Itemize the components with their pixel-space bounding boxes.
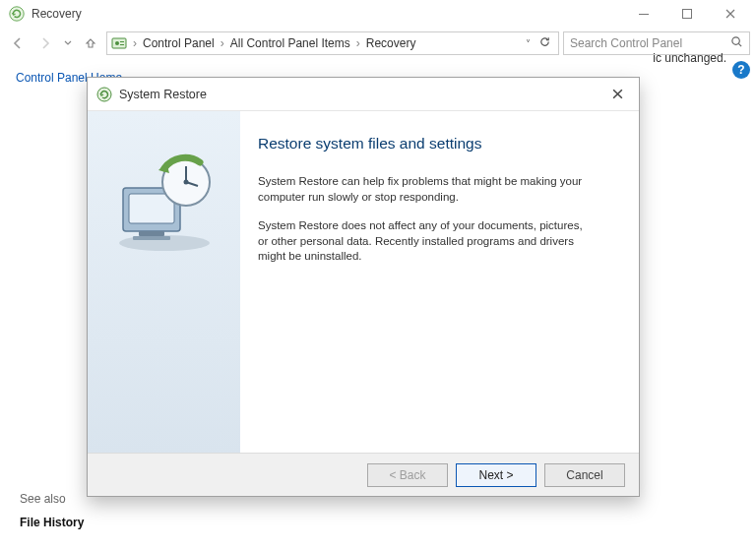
back-button[interactable] [6, 31, 30, 55]
dialog-heading: Restore system files and settings [258, 135, 613, 153]
refresh-button[interactable] [535, 35, 554, 51]
svg-rect-5 [120, 41, 124, 42]
next-button[interactable]: Next > [456, 463, 536, 487]
address-row: › Control Panel › All Control Panel Item… [0, 28, 756, 59]
window-title: Recovery [32, 7, 622, 21]
window-titlebar: Recovery [0, 0, 756, 28]
cancel-button[interactable]: Cancel [544, 463, 625, 487]
dialog-titlebar: System Restore [88, 78, 639, 111]
back-button: < Back [367, 463, 448, 487]
chevron-right-icon: › [131, 36, 139, 50]
dialog-body: Restore system files and settings System… [88, 111, 639, 453]
breadcrumb[interactable]: All Control Panel Items [230, 36, 350, 50]
control-panel-icon [111, 35, 127, 51]
svg-point-4 [115, 41, 119, 45]
chevron-right-icon: › [354, 36, 362, 50]
svg-rect-13 [133, 236, 170, 240]
recovery-icon [8, 5, 26, 23]
minimize-button[interactable] [622, 0, 665, 28]
svg-point-7 [732, 37, 739, 44]
recent-dropdown-icon[interactable] [61, 31, 75, 55]
dialog-sidebar [88, 111, 240, 453]
svg-rect-11 [129, 194, 174, 223]
chevron-right-icon: › [219, 36, 226, 50]
close-button[interactable] [709, 0, 752, 28]
breadcrumb[interactable]: Control Panel [143, 36, 215, 50]
search-placeholder: Search Control Panel [570, 36, 682, 50]
restore-illustration-icon [105, 147, 223, 259]
svg-point-8 [97, 88, 111, 101]
file-history-link[interactable]: File History [20, 516, 84, 529]
dialog-main: Restore system files and settings System… [240, 111, 639, 453]
background-text-fragment: ic unchanged. [653, 51, 726, 65]
window-controls [622, 0, 752, 28]
svg-rect-1 [639, 14, 649, 15]
address-dropdown-icon[interactable]: ˅ [526, 38, 531, 49]
dialog-footer: < Back Next > Cancel [88, 453, 639, 496]
search-icon[interactable] [730, 35, 743, 51]
address-bar[interactable]: › Control Panel › All Control Panel Item… [106, 31, 559, 55]
system-restore-icon [95, 86, 113, 103]
maximize-button[interactable] [665, 0, 709, 28]
dialog-paragraph: System Restore can help fix problems tha… [258, 174, 593, 205]
system-restore-dialog: System Restore [87, 77, 640, 497]
dialog-close-button[interactable] [603, 81, 631, 108]
see-also-heading: See also [20, 492, 66, 506]
breadcrumb[interactable]: Recovery [366, 36, 416, 50]
up-button[interactable] [79, 31, 102, 55]
dialog-title: System Restore [119, 88, 603, 101]
dialog-paragraph: System Restore does not affect any of yo… [258, 218, 593, 265]
svg-rect-12 [139, 231, 164, 236]
svg-point-0 [10, 7, 24, 21]
forward-button[interactable] [33, 31, 57, 55]
svg-rect-2 [683, 10, 692, 19]
svg-rect-6 [120, 44, 124, 45]
